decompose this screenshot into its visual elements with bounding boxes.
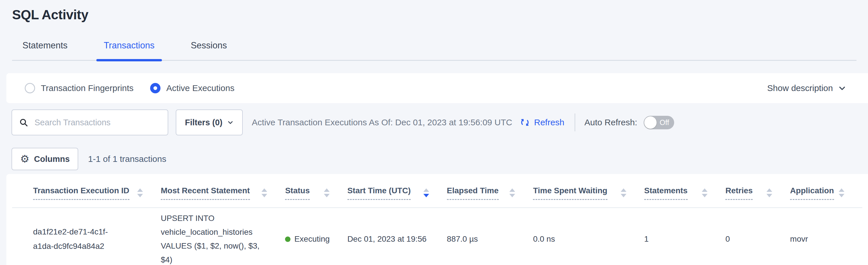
- as-of-timestamp: Active Transaction Executions As Of: Dec…: [252, 117, 512, 127]
- sort-arrows-icon[interactable]: [423, 186, 429, 197]
- radio-transaction-fingerprints[interactable]: Transaction Fingerprints: [25, 83, 133, 93]
- column-header-retries: Retries: [725, 186, 790, 207]
- sort-arrows-icon[interactable]: [261, 186, 267, 197]
- status-executing-dot-icon: [285, 237, 290, 242]
- cell-most-recent-statement: UPSERT INTO vehicle_location_histories V…: [161, 211, 276, 265]
- results-count: 1-1 of 1 transactions: [88, 154, 166, 164]
- columns-label: Columns: [34, 154, 70, 164]
- filters-label: Filters (0): [185, 118, 223, 127]
- search-icon: [19, 118, 28, 127]
- gear-icon: ⚙︎: [20, 154, 29, 164]
- sort-arrows-icon[interactable]: [509, 186, 515, 197]
- radio-circle-icon: [25, 83, 35, 93]
- column-header-label[interactable]: Start Time (UTC): [347, 186, 411, 200]
- transactions-table: Transaction Execution ID Most Recent Sta…: [6, 174, 868, 265]
- sort-arrows-icon[interactable]: [324, 186, 330, 197]
- filters-button[interactable]: Filters (0): [176, 109, 243, 135]
- column-header-transaction-execution-id: Transaction Execution ID: [33, 186, 161, 207]
- column-header-application: Application: [790, 186, 862, 207]
- refresh-label: Refresh: [534, 117, 564, 127]
- refresh-button[interactable]: Refresh: [520, 117, 564, 128]
- cell-statements: 1: [644, 235, 725, 244]
- toolbar-divider: [575, 113, 575, 131]
- table-row: da1f21e2-de71-4c1f-a1da-dc9fc94a84a2 UPS…: [12, 208, 862, 265]
- sort-arrows-icon[interactable]: [767, 186, 772, 197]
- toggle-knob: [644, 116, 657, 129]
- column-header-status: Status: [285, 186, 347, 207]
- refresh-icon: [520, 117, 530, 128]
- cell-elapsed-time: 887.0 µs: [447, 235, 533, 244]
- column-header-label[interactable]: Statements: [644, 186, 688, 200]
- tab-bar: Statements Transactions Sessions: [12, 40, 857, 61]
- radio-label: Active Executions: [166, 83, 235, 93]
- column-header-most-recent-statement: Most Recent Statement: [161, 186, 285, 207]
- search-box[interactable]: [11, 109, 168, 135]
- column-header-label[interactable]: Most Recent Statement: [161, 186, 250, 200]
- columns-button[interactable]: ⚙︎ Columns: [11, 148, 78, 170]
- auto-refresh-label: Auto Refresh:: [584, 117, 637, 127]
- column-header-label[interactable]: Time Spent Waiting: [533, 186, 607, 200]
- cell-retries: 0: [725, 235, 790, 244]
- tab-transactions[interactable]: Transactions: [104, 40, 154, 60]
- sort-arrows-icon[interactable]: [702, 186, 708, 197]
- status-label: Executing: [294, 235, 330, 244]
- cell-status: Executing: [285, 235, 347, 244]
- table-header-row: Transaction Execution ID Most Recent Sta…: [12, 174, 862, 208]
- page-title: SQL Activity: [12, 7, 868, 23]
- view-mode-card: Transaction Fingerprints Active Executio…: [6, 73, 868, 103]
- cell-time-spent-waiting: 0.0 ns: [533, 235, 644, 244]
- column-header-label[interactable]: Elapsed Time: [447, 186, 499, 200]
- tab-sessions[interactable]: Sessions: [191, 40, 227, 60]
- chevron-down-icon: [227, 119, 234, 126]
- column-header-label[interactable]: Transaction Execution ID: [33, 186, 129, 200]
- tab-statements[interactable]: Statements: [23, 40, 68, 60]
- column-header-label[interactable]: Status: [285, 186, 310, 200]
- chevron-down-icon: [838, 84, 846, 92]
- column-header-time-spent-waiting: Time Spent Waiting: [533, 186, 644, 207]
- cell-application: movr: [790, 235, 862, 244]
- sort-arrows-icon[interactable]: [839, 186, 844, 197]
- column-header-start-time: Start Time (UTC): [347, 186, 447, 207]
- show-description-label: Show description: [767, 83, 833, 93]
- radio-label: Transaction Fingerprints: [41, 83, 133, 93]
- column-header-elapsed-time: Elapsed Time: [447, 186, 533, 207]
- column-header-label[interactable]: Retries: [725, 186, 753, 200]
- cell-transaction-execution-id[interactable]: da1f21e2-de71-4c1f-a1da-dc9fc94a84a2: [33, 225, 133, 254]
- toolbar: Filters (0) Active Transaction Execution…: [11, 109, 868, 135]
- column-header-label[interactable]: Application: [790, 186, 834, 200]
- show-description-toggle[interactable]: Show description: [767, 83, 846, 93]
- search-input[interactable]: [34, 118, 161, 127]
- auto-refresh-toggle[interactable]: Off: [644, 116, 674, 129]
- radio-circle-icon: [150, 83, 160, 93]
- sort-arrows-icon[interactable]: [137, 186, 143, 197]
- sort-arrows-icon[interactable]: [621, 186, 626, 197]
- column-header-statements: Statements: [644, 186, 725, 207]
- toggle-state-label: Off: [660, 118, 669, 127]
- radio-active-executions[interactable]: Active Executions: [150, 83, 235, 93]
- table-controls: ⚙︎ Columns 1-1 of 1 transactions: [11, 148, 868, 170]
- cell-start-time: Dec 01, 2023 at 19:56: [347, 235, 447, 244]
